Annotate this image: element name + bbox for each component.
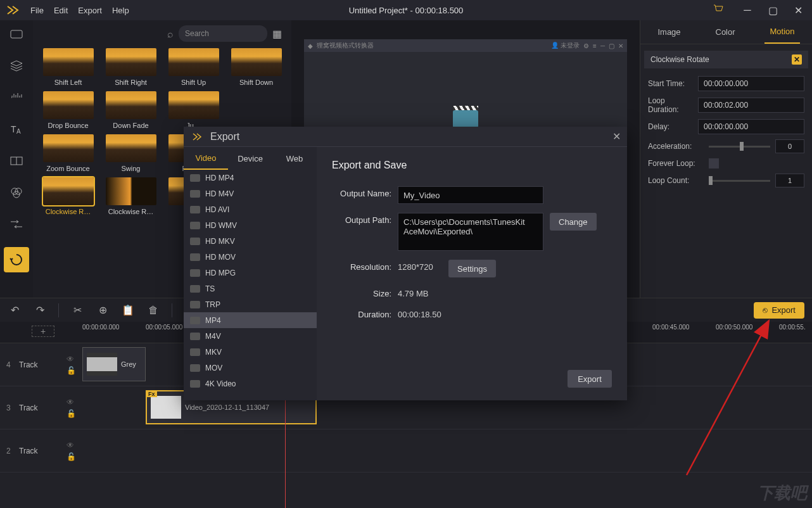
effect-thumb[interactable]: Shift Up [165, 48, 222, 86]
format-item[interactable]: 4K Video [184, 376, 317, 391]
start-time-input[interactable] [698, 76, 804, 91]
preview-min-icon: ─ [600, 42, 605, 49]
format-item[interactable]: HD WMV [184, 217, 317, 233]
titlebar: File Edit Export Help Untitled Project* … [0, 0, 812, 20]
audio-icon[interactable] [8, 89, 25, 106]
close-button[interactable]: ✕ [789, 3, 807, 18]
resolution-label: Resolution: [332, 260, 391, 272]
lock-icon[interactable]: 🔓 [67, 452, 76, 461]
acceleration-slider[interactable] [709, 146, 770, 148]
format-item[interactable]: HD AVI [184, 201, 317, 217]
transition-icon[interactable] [8, 215, 25, 233]
delay-label: Delay: [648, 122, 693, 131]
preview-app-title: 狸窝视频格式转换器 [317, 41, 374, 50]
dialog-close-button[interactable]: ✕ [612, 130, 621, 143]
visibility-icon[interactable]: 👁 [67, 398, 76, 407]
effect-thumb[interactable]: Down Fade [102, 91, 160, 129]
ruler-tick: 00:00:50.000 [716, 324, 752, 331]
remove-effect-button[interactable]: ✕ [792, 54, 802, 65]
lock-icon[interactable]: 🔓 [67, 409, 76, 418]
filter-icon[interactable] [8, 184, 25, 201]
forever-loop-label: Forever Loop: [648, 159, 704, 168]
maximize-button[interactable]: ▢ [764, 3, 782, 18]
loop-duration-label: Loop Duration: [648, 96, 693, 114]
redo-button[interactable]: ↷ [33, 303, 47, 317]
cart-icon[interactable] [713, 4, 723, 16]
output-name-input[interactable] [398, 186, 543, 204]
format-item[interactable]: HD MP4 [184, 170, 317, 186]
preview-gear-icon: ⚙ [583, 42, 589, 49]
loop-count-slider[interactable] [709, 180, 770, 182]
export-confirm-button[interactable]: Export [568, 370, 612, 388]
format-item[interactable]: MKV [184, 344, 317, 360]
lock-icon[interactable]: 🔓 [67, 366, 76, 375]
format-item[interactable]: HD MPG [184, 265, 317, 281]
app-logo [5, 3, 20, 18]
format-item[interactable]: TRP [184, 296, 317, 312]
minimize-button[interactable]: ─ [739, 3, 756, 18]
text-icon[interactable]: TA [8, 120, 25, 138]
output-path-label: Output Path: [332, 213, 391, 225]
loop-duration-input[interactable] [698, 98, 804, 113]
tab-color[interactable]: Color [711, 20, 740, 44]
effect-thumb[interactable]: Ju… [165, 91, 222, 129]
main-menu: File Edit Export Help [30, 6, 129, 15]
effect-thumb[interactable]: Drop Bounce [39, 91, 97, 129]
menu-file[interactable]: File [30, 6, 44, 15]
format-item[interactable]: HD MKV [184, 233, 317, 249]
export-tab-web[interactable]: Web [272, 147, 317, 170]
timeline-track[interactable]: 2Track👁🔓 [0, 429, 812, 473]
duration-label: Duration: [332, 307, 391, 319]
layers-icon[interactable] [8, 57, 25, 75]
change-path-button[interactable]: Change [550, 213, 597, 231]
split-icon[interactable] [8, 152, 25, 170]
export-heading: Export and Save [332, 160, 612, 171]
delete-button[interactable]: 🗑 [146, 303, 160, 317]
animation-icon[interactable] [4, 247, 29, 272]
svg-text:T: T [11, 124, 16, 134]
delay-input[interactable] [698, 119, 804, 134]
preview-close-icon: ✕ [618, 42, 623, 49]
cut-button[interactable]: ✂ [70, 303, 84, 317]
effect-thumb[interactable]: Shift Left [39, 48, 97, 86]
export-button[interactable]: ⎋Export [754, 302, 804, 319]
undo-button[interactable]: ↶ [8, 303, 22, 317]
media-icon[interactable] [8, 25, 25, 43]
grid-view-icon[interactable]: ▦ [272, 28, 284, 39]
effect-thumb[interactable]: Shift Down [227, 48, 285, 86]
visibility-icon[interactable]: 👁 [67, 355, 76, 364]
effect-thumb[interactable]: Swing [102, 134, 160, 172]
acceleration-input[interactable] [775, 139, 804, 153]
format-item[interactable]: TS [184, 281, 317, 296]
loop-count-input[interactable] [775, 174, 804, 187]
effect-thumb[interactable]: Shift Right [102, 48, 160, 86]
menu-export[interactable]: Export [78, 6, 102, 15]
paste-button[interactable]: 📋 [121, 303, 135, 317]
tab-motion[interactable]: Motion [764, 20, 799, 44]
window-title: Untitled Project* - 00:00:18.500 [349, 6, 464, 15]
export-tab-video[interactable]: Video [184, 147, 228, 170]
effect-thumb[interactable]: Clockwise R… [102, 177, 160, 215]
resolution-value: 1280*720 [398, 260, 442, 272]
tab-image[interactable]: Image [652, 20, 685, 44]
forever-loop-checkbox[interactable] [709, 158, 719, 168]
format-item[interactable]: MP4 [184, 312, 317, 328]
format-item[interactable]: MOV [184, 360, 317, 376]
copy-button[interactable]: ⊕ [96, 303, 110, 317]
visibility-icon[interactable]: 👁 [67, 441, 76, 450]
export-tab-device[interactable]: Device [228, 147, 272, 170]
add-track-button[interactable]: + [32, 326, 54, 337]
menu-edit[interactable]: Edit [54, 6, 68, 15]
ruler-tick: 00:00:45.000 [652, 324, 689, 331]
dialog-title: Export [210, 131, 239, 143]
menu-help[interactable]: Help [112, 6, 129, 15]
timeline-clip[interactable]: Grey [82, 347, 146, 381]
format-item[interactable]: HD MOV [184, 249, 317, 265]
format-item[interactable]: HD M4V [184, 186, 317, 201]
effect-thumb[interactable]: Clockwise R… [39, 177, 97, 215]
effect-thumb[interactable]: Zoom Bounce [39, 134, 97, 172]
loop-count-label: Loop Count: [648, 176, 704, 185]
search-input[interactable] [179, 25, 267, 42]
format-item[interactable]: M4V [184, 328, 317, 344]
settings-button[interactable]: Settings [448, 260, 496, 277]
